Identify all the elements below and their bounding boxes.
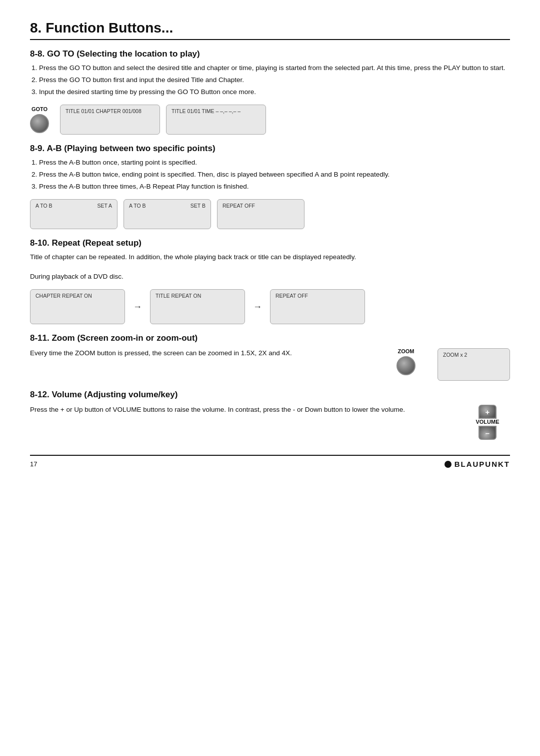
repeat-screen3-label: REPEAT OFF <box>276 293 360 299</box>
repeat-screen1: CHAPTER REPEAT ON <box>30 289 125 324</box>
volume-minus-button[interactable]: – <box>478 426 496 440</box>
goto-button-icon <box>30 114 49 133</box>
zoom-section: Every time the ZOOM button is pressed, t… <box>30 348 510 381</box>
zoom-body: Every time the ZOOM button is pressed, t… <box>30 348 374 359</box>
goto-screen2-label: TITLE 01/01 TIME – –,– –,– – <box>172 108 260 114</box>
ab-step-1: Press the A-B button once, starting poin… <box>39 158 510 168</box>
zoom-button-wrapper: ZOOM <box>384 348 428 375</box>
ab-diagram: A TO B SET A A TO B SET B REPEAT OFF <box>30 199 510 229</box>
section-ab-title: 8-9. A-B (Playing between two specific p… <box>30 144 510 154</box>
goto-screen2: TITLE 01/01 TIME – –,– –,– – <box>166 105 266 135</box>
repeat-diagram: CHAPTER REPEAT ON → TITLE REPEAT ON → RE… <box>30 289 510 324</box>
ab-screen3-label: REPEAT OFF <box>222 203 299 209</box>
volume-plus-button[interactable]: + <box>478 405 496 419</box>
logo-dot-icon <box>444 461 452 468</box>
volume-button-wrapper: + VOLUME – <box>465 405 510 440</box>
ab-screen1: A TO B SET A <box>30 199 118 229</box>
zoom-screen: ZOOM x 2 <box>438 348 510 381</box>
repeat-screen2: TITLE REPEAT ON <box>150 289 245 324</box>
ab-screen1-bottom: SET A <box>97 203 112 209</box>
ab-screen2: A TO B SET B <box>124 199 211 229</box>
goto-screen1: TITLE 01/01 CHAPTER 001/008 <box>60 105 160 135</box>
repeat-body1: Title of chapter can be repeated. In add… <box>30 252 510 263</box>
volume-buttons: + VOLUME – <box>476 405 499 440</box>
section-zoom-title: 8-11. Zoom (Screen zoom-in or zoom-out) <box>30 333 510 343</box>
goto-button-wrapper: GOTO <box>30 106 49 133</box>
zoom-label: ZOOM <box>398 348 414 354</box>
arrow-right-2: → <box>253 302 262 312</box>
ab-screen2-bottom: SET B <box>190 203 206 209</box>
goto-step-1: Press the GO TO button and select the de… <box>39 63 510 74</box>
goto-steps: Press the GO TO button and select the de… <box>39 63 510 98</box>
arrow-right-1: → <box>133 302 142 312</box>
brand-logo: BLAUPUNKT <box>444 460 510 468</box>
section-volume-title: 8-12. Volume (Adjusting volume/key) <box>30 390 510 400</box>
repeat-body2: During playback of a DVD disc. <box>30 272 510 282</box>
volume-section: Press the + or Up button of VOLUME butto… <box>30 405 510 440</box>
repeat-screen1-label: CHAPTER REPEAT ON <box>36 293 120 299</box>
ab-screen1-top: A TO B <box>36 203 52 209</box>
ab-steps: Press the A-B button once, starting poin… <box>39 158 510 192</box>
goto-step-3: Input the desired starting time by press… <box>39 87 510 98</box>
ab-step-2: Press the A-B button twice, ending point… <box>39 170 510 180</box>
footer: 17 BLAUPUNKT <box>30 455 510 468</box>
goto-screen1-label: TITLE 01/01 CHAPTER 001/008 <box>66 108 154 114</box>
volume-label: VOLUME <box>476 419 499 425</box>
page-number: 17 <box>30 460 444 468</box>
goto-step-2: Press the GO TO button first and input t… <box>39 75 510 86</box>
ab-screen2-top: A TO B <box>129 203 146 209</box>
repeat-screen3: REPEAT OFF <box>270 289 365 324</box>
volume-body: Press the + or Up button of VOLUME butto… <box>30 405 456 415</box>
zoom-screen-label: ZOOM x 2 <box>443 352 504 358</box>
ab-step-3: Press the A-B button three times, A-B Re… <box>39 182 510 192</box>
repeat-screen2-label: TITLE REPEAT ON <box>156 293 240 299</box>
page-title: 8. Function Buttons... <box>30 20 510 40</box>
section-repeat-title: 8-10. Repeat (Repeat setup) <box>30 238 510 248</box>
zoom-button-icon <box>396 356 416 375</box>
section-goto-title: 8-8. GO TO (Selecting the location to pl… <box>30 49 510 59</box>
goto-label: GOTO <box>32 106 48 112</box>
logo-text: BLAUPUNKT <box>454 460 510 468</box>
goto-diagram: GOTO TITLE 01/01 CHAPTER 001/008 TITLE 0… <box>30 105 510 135</box>
ab-screen3: REPEAT OFF <box>217 199 304 229</box>
